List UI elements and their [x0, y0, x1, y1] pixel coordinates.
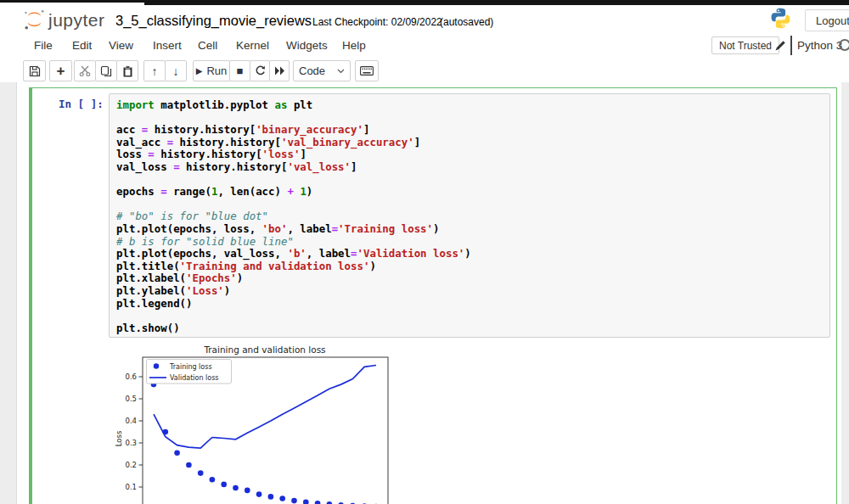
paste-icon	[122, 65, 133, 77]
y-axis-ticks: 0.60.50.40.30.20.1	[125, 372, 143, 491]
toolbar: + ↑ ↓	[0, 57, 849, 83]
logout-button[interactable]: Logout	[805, 9, 849, 31]
svg-text:0.6: 0.6	[125, 372, 137, 381]
code-editor-content: import matplotlib.pyplot as plt acc = hi…	[110, 94, 829, 339]
input-prompt: In [ ]:	[59, 98, 104, 110]
y-axis-label: Loss	[115, 430, 123, 446]
restart-icon	[255, 65, 266, 76]
run-button[interactable]: ▶ Run	[193, 60, 230, 81]
restart-kernel-button[interactable]	[250, 60, 270, 81]
training-loss-dots	[151, 382, 380, 504]
add-cell-button[interactable]: +	[49, 60, 72, 81]
menu-item-widgets[interactable]: Widgets	[286, 39, 328, 52]
copy-cells-button[interactable]	[95, 60, 117, 81]
jupyter-logo-icon[interactable]	[23, 8, 46, 31]
plot-title: Training and validation loss	[203, 344, 325, 355]
move-cell-up-button[interactable]: ↑	[143, 60, 166, 81]
run-label: Run	[206, 64, 227, 77]
autosave-status: (autosaved)	[440, 16, 493, 28]
checkpoint-status: Last Checkpoint: 02/09/2022	[312, 16, 442, 28]
run-icon: ▶	[196, 66, 203, 76]
menu-item-edit[interactable]: Edit	[72, 39, 92, 52]
copy-icon	[100, 65, 112, 77]
svg-text:0.3: 0.3	[125, 439, 137, 447]
command-palette-button[interactable]	[355, 60, 379, 81]
cut-cells-button[interactable]	[74, 60, 96, 81]
plus-icon: +	[57, 64, 65, 78]
cell-type-select[interactable]: Code	[293, 60, 351, 81]
paste-cells-button[interactable]	[116, 60, 138, 81]
menu-item-cell[interactable]: Cell	[198, 39, 217, 52]
svg-text:0.1: 0.1	[125, 483, 137, 491]
menu-item-view[interactable]: View	[109, 39, 133, 52]
svg-text:0.4: 0.4	[125, 417, 137, 425]
move-cell-down-button[interactable]: ↓	[165, 60, 187, 81]
legend-training-label: Training loss	[169, 363, 212, 371]
chevron-down-icon	[337, 69, 345, 74]
jupyter-notebook-window: jupyter 3_5_classifying_movie_reviews La…	[0, 0, 849, 504]
svg-text:0.5: 0.5	[125, 395, 137, 403]
svg-text:0.2: 0.2	[125, 461, 137, 469]
menu-item-kernel[interactable]: Kernel	[236, 39, 269, 52]
restart-run-all-button[interactable]	[269, 60, 290, 81]
keyboard-icon	[360, 66, 374, 76]
menu-item-help[interactable]: Help	[342, 39, 366, 52]
trust-status-button[interactable]: Not Trusted	[711, 36, 779, 54]
interrupt-kernel-button[interactable]: ■	[229, 60, 250, 81]
edit-mode-pencil-icon	[775, 40, 786, 51]
arrow-up-icon: ↑	[152, 65, 158, 77]
matplotlib-output-plot: Training and validation loss 0.60.50.40.…	[110, 341, 399, 504]
scissors-icon	[79, 65, 91, 76]
menu-bar: File Edit View Insert Cell Kernel Widget…	[0, 34, 849, 58]
notebook-title[interactable]: 3_5_classifying_movie_reviews	[115, 13, 312, 29]
python-logo-icon	[769, 7, 792, 30]
legend-validation-label: Validation loss	[170, 374, 219, 382]
fast-forward-icon	[274, 66, 285, 76]
plot-legend: Training loss Validation loss	[147, 360, 232, 384]
save-icon	[29, 65, 41, 77]
save-button[interactable]	[23, 60, 46, 81]
menu-item-insert[interactable]: Insert	[153, 39, 182, 52]
kernel-name: Python 3	[797, 39, 842, 52]
arrow-down-icon: ↓	[173, 65, 179, 77]
kernel-divider	[790, 36, 792, 55]
notebook-header: jupyter 3_5_classifying_movie_reviews La…	[0, 5, 849, 34]
stop-icon: ■	[237, 64, 244, 77]
legend-dot-marker	[154, 363, 159, 368]
kernel-idle-icon	[839, 39, 849, 51]
jupyter-logo-text[interactable]: jupyter	[48, 10, 105, 31]
cell-type-value: Code	[299, 64, 325, 77]
menu-item-file[interactable]: File	[34, 39, 53, 52]
code-editor[interactable]: import matplotlib.pyplot as plt acc = hi…	[109, 93, 830, 338]
